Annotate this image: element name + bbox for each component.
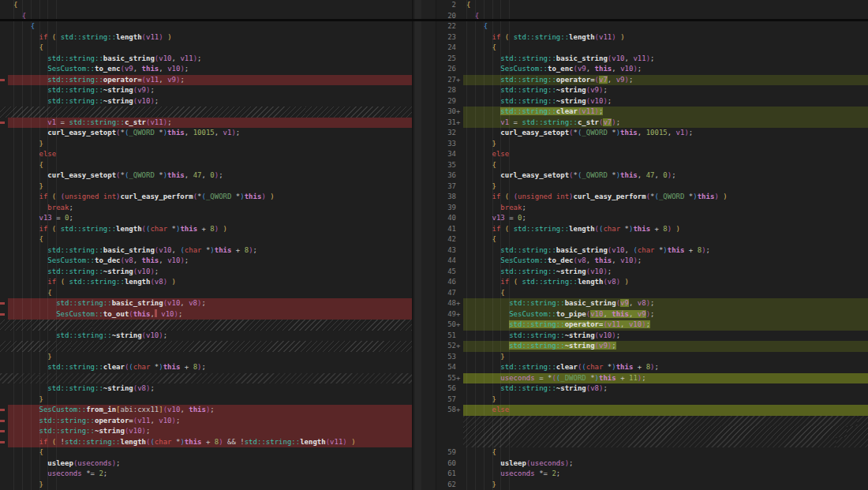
code-line-modified[interactable]: 54 std::string::clear((char *)this + 8); <box>434 362 868 373</box>
diff-gap <box>0 341 412 352</box>
code-text: if ( std::string::length(v8) ) <box>0 277 412 288</box>
pane-divider <box>412 0 436 490</box>
code-line-modified[interactable]: 46 if ( std::string::length(v8) ) <box>434 277 868 288</box>
code-line-original[interactable]: std::string::~string(v8); <box>0 383 412 395</box>
code-line-modified[interactable]: 23 if ( std::string::length(v11) ) <box>434 32 868 43</box>
code-line-modified[interactable]: 57 } <box>434 395 868 406</box>
code-line-modified[interactable]: 28 std::string::~string(v9); <box>434 85 868 96</box>
code-line-modified[interactable]: 31+ v1 = std::string::c_str(v7); <box>434 118 868 129</box>
code-line-modified[interactable]: 48+ std::string::basic_string(v9, v8); <box>434 298 868 309</box>
code-line-modified[interactable]: 27+ std::string::operator=(v7, v9); <box>434 75 868 86</box>
code-line-original[interactable]: { <box>0 21 412 32</box>
code-line-modified[interactable]: 39 break; <box>434 203 868 214</box>
code-line-original[interactable]: { <box>0 447 412 458</box>
code-line-modified[interactable]: 49+ SesCustom::to_pipe(v10, this, v9); <box>434 309 868 320</box>
code-line-original[interactable]: usleep(useconds); <box>0 458 412 469</box>
code-line-original[interactable]: std::string::~string(v10); <box>0 96 412 107</box>
code-line-original[interactable]: std::string::clear((char *)this + 8); <box>0 362 412 373</box>
diff-pane-modified[interactable]: 2{20 {22 {23 if ( std::string::length(v1… <box>434 0 868 490</box>
code-line-original[interactable]: { <box>0 43 412 54</box>
code-line-modified[interactable]: 41 if ( std::string::length((char *)this… <box>434 224 868 235</box>
code-line-modified[interactable]: 33 } <box>434 139 868 150</box>
code-line-original[interactable]: if ( std::string::length((char *)this + … <box>0 224 412 235</box>
code-line-original[interactable]: std::string::basic_string(v10, v8); <box>0 298 412 309</box>
code-line-modified[interactable]: 45 std::string::~string(v10); <box>434 267 868 278</box>
code-line-modified[interactable]: 62 } <box>434 480 868 490</box>
code-line-original[interactable]: } <box>0 395 412 406</box>
code-line-original[interactable]: SesCustom::from_in[abi:cxx11](v10, this)… <box>0 405 412 416</box>
code-line-original[interactable]: } <box>0 181 412 193</box>
code-line-original[interactable]: v1 = std::string::c_str(v11); <box>0 118 412 129</box>
code-line-modified[interactable]: 22 { <box>434 21 868 32</box>
code-line-original[interactable]: SesCustom::to_out(this, v10); <box>0 309 412 320</box>
code-text: { <box>0 447 412 458</box>
code-line-modified[interactable]: 35 { <box>434 160 868 171</box>
code-line-modified[interactable]: 37 } <box>434 181 868 193</box>
code-text: if ( std::string::length(v11) ) <box>434 32 868 43</box>
code-line-original[interactable]: curl_easy_setopt(*(_QWORD *)this, 10015,… <box>0 128 412 139</box>
code-line-modified[interactable]: 61 useconds *= 2; <box>434 469 868 480</box>
code-text: std::string::~string(v9); <box>0 85 412 96</box>
code-line-original[interactable]: if ( std::string::length(v11) ) <box>0 32 412 43</box>
code-line-modified[interactable]: 55+ useconds = *((_DWORD *)this + 11); <box>434 373 868 384</box>
diff-gap <box>434 426 868 437</box>
code-line-modified[interactable]: 29 std::string::~string(v10); <box>434 96 868 107</box>
code-line-original[interactable]: std::string::~string(v10); <box>0 267 412 278</box>
code-line-modified[interactable]: 60 usleep(useconds); <box>434 458 868 469</box>
code-line-original[interactable]: std::string::~string(v9); <box>0 85 412 96</box>
code-line-original[interactable]: if ( (unsigned int)curl_easy_perform(*(_… <box>0 192 412 203</box>
code-line-modified[interactable]: 58+ else <box>434 405 868 416</box>
code-text: std::string::~string(v8); <box>434 383 868 395</box>
code-line-modified[interactable]: 42 { <box>434 234 868 245</box>
code-line-original[interactable]: if ( std::string::length(v8) ) <box>0 277 412 288</box>
code-line-modified[interactable]: 34 else <box>434 149 868 160</box>
code-line-modified[interactable]: 44 SesCustom::to_dec(v8, this, v10); <box>434 256 868 267</box>
code-line-modified[interactable]: 26 SesCustom::to_enc(v9, this, v10); <box>434 64 868 75</box>
diff-pane-original[interactable]: { { { if ( std::string::length(v11) ) { … <box>0 0 412 490</box>
code-line-modified[interactable]: 24 { <box>434 43 868 54</box>
code-line-original[interactable]: SesCustom::to_dec(v8, this, v10); <box>0 256 412 267</box>
code-line-modified[interactable]: 56 std::string::~string(v8); <box>434 383 868 395</box>
code-line-original[interactable]: if ( !std::string::length((char *)this +… <box>0 437 412 448</box>
code-line-modified[interactable]: 30+ std::string::clear(v11); <box>434 107 868 118</box>
code-text: if ( std::string::length((char *)this + … <box>0 224 412 235</box>
code-text: SesCustom::to_out(this, v10); <box>0 309 412 320</box>
code-line-modified[interactable]: 59 { <box>434 447 868 458</box>
code-line-modified[interactable]: 51 std::string::~string(v10); <box>434 331 868 342</box>
code-line-original[interactable]: { <box>0 234 412 245</box>
code-line-modified[interactable]: 38 if ( (unsigned int)curl_easy_perform(… <box>434 192 868 203</box>
code-text: { <box>0 288 412 299</box>
code-line-modified[interactable]: 52+ std::string::~string(v9); <box>434 341 868 352</box>
code-line-original[interactable]: else <box>0 149 412 160</box>
code-line-original[interactable]: SesCustom::to_enc(v9, this, v10); <box>0 64 412 75</box>
code-line-modified[interactable]: 25 std::string::basic_string(v10, v11); <box>434 54 868 65</box>
code-line-original[interactable]: break; <box>0 203 412 214</box>
code-line-modified[interactable]: 47 { <box>434 288 868 299</box>
code-line-original[interactable]: } <box>0 139 412 150</box>
code-line-original[interactable]: std::string::basic_string(v10, v11); <box>0 54 412 65</box>
code-line-original[interactable]: { <box>0 0 412 11</box>
code-line-original[interactable]: { <box>0 160 412 171</box>
code-line-modified[interactable]: 36 curl_easy_setopt(*(_QWORD *)this, 47,… <box>434 170 868 181</box>
code-line-original[interactable]: std::string::operator=(v11, v9); <box>0 75 412 86</box>
code-line-original[interactable]: std::string::basic_string(v10, (char *)t… <box>0 245 412 256</box>
code-line-original[interactable]: v13 = 0; <box>0 213 412 224</box>
code-line-original[interactable]: std::string::operator=(v11, v10); <box>0 416 412 427</box>
code-line-original[interactable]: } <box>0 352 412 363</box>
code-line-original[interactable]: } <box>0 480 412 490</box>
code-line-modified[interactable]: 32 curl_easy_setopt(*(_QWORD *)this, 100… <box>434 128 868 139</box>
code-line-original[interactable]: useconds *= 2; <box>0 469 412 480</box>
code-line-modified[interactable]: 40 v13 = 0; <box>434 213 868 224</box>
code-line-modified[interactable]: 2{ <box>434 0 868 11</box>
code-line-modified[interactable]: 53 } <box>434 352 868 363</box>
code-line-original[interactable]: { <box>0 288 412 299</box>
code-text: { <box>434 0 868 11</box>
code-line-original[interactable]: std::string::~string(v10); <box>0 426 412 437</box>
code-text: std::string::basic_string(v9, v8); <box>434 298 868 309</box>
code-line-original[interactable]: std::string::~string(v10); <box>0 331 412 342</box>
code-line-modified[interactable]: 43 std::string::basic_string(v10, (char … <box>434 245 868 256</box>
code-line-modified[interactable]: 50+ std::string::operator=(v11, v10); <box>434 320 868 331</box>
code-line-original[interactable]: curl_easy_setopt(*(_QWORD *)this, 47, 0)… <box>0 170 412 181</box>
code-text: break; <box>434 203 868 214</box>
code-text: } <box>434 352 868 363</box>
